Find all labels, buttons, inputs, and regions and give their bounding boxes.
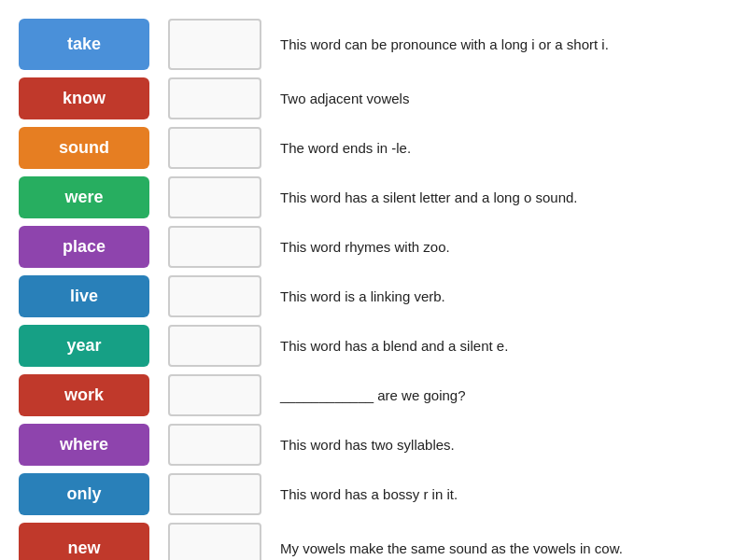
- match-box-1[interactable]: [168, 77, 261, 119]
- match-box-4[interactable]: [168, 226, 261, 268]
- main-container: takeknowsoundwereplaceliveyearworkwhereo…: [19, 19, 728, 560]
- word-btn-work[interactable]: work: [19, 374, 149, 416]
- word-btn-were[interactable]: were: [19, 176, 149, 218]
- word-btn-take[interactable]: take: [19, 19, 149, 70]
- match-box-2[interactable]: [168, 127, 261, 169]
- clue-text-6: This word has a blend and a silent e.: [280, 325, 728, 367]
- word-btn-only[interactable]: only: [19, 473, 149, 515]
- words-column: takeknowsoundwereplaceliveyearworkwhereo…: [19, 19, 149, 560]
- match-box-0[interactable]: [168, 19, 261, 70]
- clue-text-4: This word rhymes with zoo.: [280, 226, 728, 268]
- word-btn-place[interactable]: place: [19, 226, 149, 268]
- match-box-7[interactable]: [168, 374, 261, 416]
- word-btn-live[interactable]: live: [19, 275, 149, 317]
- match-box-9[interactable]: [168, 473, 261, 515]
- match-box-3[interactable]: [168, 176, 261, 218]
- word-btn-know[interactable]: know: [19, 77, 149, 119]
- match-box-8[interactable]: [168, 424, 261, 466]
- clue-text-2: The word ends in -le.: [280, 127, 728, 169]
- clue-text-7: ____________ are we going?: [280, 374, 728, 416]
- word-btn-new[interactable]: new: [19, 523, 149, 560]
- matching-column: [168, 19, 261, 560]
- clue-text-0: This word can be pronounce with a long i…: [280, 19, 728, 70]
- clue-text-1: Two adjacent vowels: [280, 77, 728, 119]
- clue-text-10: My vowels make the same sound as the vow…: [280, 523, 728, 560]
- clues-column: This word can be pronounce with a long i…: [280, 19, 728, 560]
- match-box-6[interactable]: [168, 325, 261, 367]
- word-btn-year[interactable]: year: [19, 325, 149, 367]
- word-btn-sound[interactable]: sound: [19, 127, 149, 169]
- clue-text-8: This word has two syllables.: [280, 424, 728, 466]
- clue-text-5: This word is a linking verb.: [280, 275, 728, 317]
- clue-text-3: This word has a silent letter and a long…: [280, 176, 728, 218]
- match-box-10[interactable]: [168, 523, 261, 560]
- word-btn-where[interactable]: where: [19, 424, 149, 466]
- match-box-5[interactable]: [168, 275, 261, 317]
- clue-text-9: This word has a bossy r in it.: [280, 473, 728, 515]
